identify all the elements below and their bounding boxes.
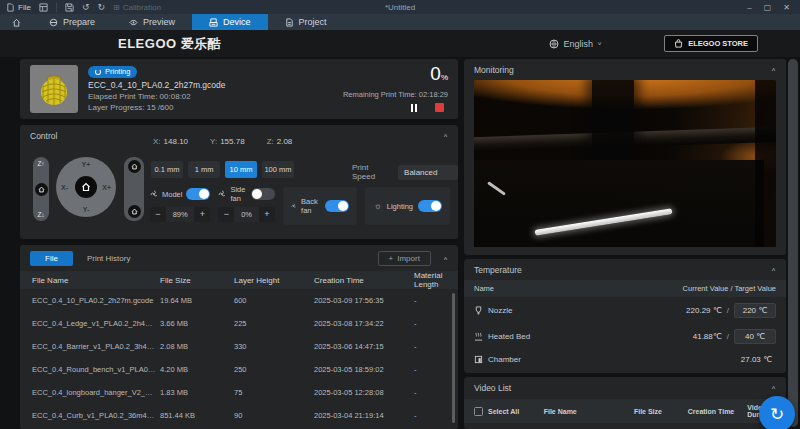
- elegoo-store-button[interactable]: ELEGOO STORE: [664, 35, 758, 52]
- step-0.1mm-button[interactable]: 0.1 mm: [151, 161, 183, 178]
- fan-icon: [218, 190, 226, 198]
- lighting-toggle[interactable]: [418, 200, 442, 212]
- store-label: ELEGOO STORE: [688, 39, 748, 48]
- main-content: Printing ECC_0.4_10_PLA0.2_2h27m.gcode E…: [0, 57, 800, 429]
- file-menu[interactable]: File: [6, 3, 31, 12]
- language-label: English: [563, 39, 593, 49]
- back-fan-toggle[interactable]: [325, 200, 349, 212]
- z-up-button[interactable]: Z↑: [37, 160, 44, 167]
- tab-project-label: Project: [299, 17, 327, 27]
- table-row[interactable]: ECC_0.4_Barrier_v1_PLA0.2_3h4m.gcode2.08…: [20, 335, 458, 358]
- z-home-button[interactable]: [35, 183, 48, 196]
- close-button[interactable]: ✕: [783, 3, 790, 12]
- redo-icon[interactable]: ↻: [97, 3, 105, 12]
- tab-device[interactable]: Device: [192, 14, 268, 30]
- bed-target-input[interactable]: 40 ℃: [734, 329, 776, 344]
- col-creation-time: Creation Time: [314, 276, 410, 285]
- lighting-label: Lighting: [387, 202, 413, 211]
- home-tab-button[interactable]: [0, 14, 32, 30]
- home-icon: [81, 182, 91, 192]
- chamber-row: Chamber 27.03 ℃: [474, 349, 776, 369]
- calibration-button[interactable]: ⊞ Calibration: [113, 3, 161, 12]
- table-row[interactable]: ECC_0.4_longboard_hanger_V2_9mm_v1_...1.…: [20, 381, 458, 404]
- globe-icon: [549, 39, 559, 49]
- step-10mm-button[interactable]: 10 mm: [225, 161, 257, 178]
- xy-jog-dial: Y+ Y- X- X+: [56, 157, 116, 217]
- preview-icon: [129, 18, 138, 27]
- maximize-button[interactable]: ▢: [764, 3, 772, 12]
- side-fan-plus-button[interactable]: +: [259, 208, 275, 221]
- model-fan-minus-button[interactable]: −: [150, 208, 166, 221]
- titlebar: File ↺ ↻ ⊞ Calibration *Untitled – ▢ ✕: [0, 0, 800, 14]
- chamber-icon: [474, 355, 483, 364]
- nozzle-target-input[interactable]: 220 ℃: [734, 303, 776, 318]
- col-layer-height: Layer Height: [234, 276, 310, 285]
- tab-preview[interactable]: Preview: [112, 14, 192, 30]
- lighting-icon: ☼: [373, 202, 381, 210]
- side-fan-toggle[interactable]: [251, 188, 275, 200]
- plus-icon: +: [389, 254, 394, 263]
- home-icon: [131, 208, 138, 215]
- chamber-label: Chamber: [488, 355, 521, 364]
- control-collapse-icon[interactable]: ∧: [443, 133, 448, 139]
- tab-file[interactable]: File: [30, 251, 73, 266]
- pause-button[interactable]: [411, 104, 417, 112]
- tab-print-history[interactable]: Print History: [87, 254, 131, 263]
- chamber-current: 27.03 ℃: [741, 355, 772, 364]
- z-down-button[interactable]: Z↓: [37, 211, 44, 218]
- nozzle-row: Nozzle 220.29 ℃ / 220 ℃: [474, 297, 776, 323]
- home-bed-button[interactable]: [128, 205, 141, 218]
- step-100mm-button[interactable]: 100 mm: [262, 161, 294, 178]
- printing-filename: ECC_0.4_10_PLA0.2_2h27m.gcode: [88, 80, 226, 90]
- monitoring-collapse-icon[interactable]: ∧: [771, 67, 776, 73]
- step-1mm-button[interactable]: 1 mm: [188, 161, 220, 178]
- monitoring-title: Monitoring: [474, 65, 514, 75]
- import-button[interactable]: + Import: [378, 251, 431, 266]
- monitoring-panel: Monitoring ∧: [464, 59, 786, 255]
- tab-project[interactable]: Project: [268, 14, 344, 30]
- home-all-button[interactable]: [128, 160, 141, 173]
- files-collapse-icon[interactable]: ∧: [443, 256, 448, 262]
- nozzle-current: 220.29 ℃: [686, 306, 722, 315]
- minimize-button[interactable]: –: [747, 3, 751, 12]
- model-fan-plus-button[interactable]: +: [194, 208, 210, 221]
- video-table-header: Select All File Name File Size Creation …: [464, 399, 786, 423]
- refresh-button[interactable]: ↻: [759, 396, 795, 429]
- jog-pad: Z↑ Z↓ Y+ Y- X- X+: [20, 125, 160, 239]
- table-row[interactable]: ECC_0.4_10_PLA0.2_2h27m.gcode19.64 MB600…: [20, 289, 458, 312]
- print-percent: 0%: [343, 63, 448, 89]
- file-table-scrollbar[interactable]: [452, 293, 455, 423]
- language-selector[interactable]: English ∨: [549, 39, 602, 49]
- print-speed-select[interactable]: Balanced: [398, 165, 458, 180]
- x-minus-button[interactable]: X-: [61, 184, 68, 191]
- back-fan-group: Back fan: [283, 187, 358, 225]
- select-all-checkbox[interactable]: [474, 407, 483, 416]
- import-label: Import: [397, 254, 420, 263]
- stop-button[interactable]: [435, 103, 444, 112]
- temperature-collapse-icon[interactable]: ∧: [771, 267, 776, 273]
- model-fan-group: Model − 89% +: [150, 185, 210, 225]
- save-icon[interactable]: [65, 3, 74, 12]
- y-minus-button[interactable]: Y-: [83, 206, 90, 213]
- tab-prepare[interactable]: Prepare: [32, 14, 112, 30]
- elapsed-label: Elapsed Print Time:: [88, 92, 157, 101]
- side-fan-minus-button[interactable]: −: [218, 208, 234, 221]
- elapsed-time: Elapsed Print Time: 00:08:02: [88, 92, 226, 101]
- undo-icon[interactable]: ↺: [82, 3, 90, 12]
- xy-home-button[interactable]: [75, 176, 97, 198]
- spinner-icon: [95, 69, 101, 75]
- table-row[interactable]: ECC_0.4_Ledge_v1_PLA0.2_2h43m.gcode3.66 …: [20, 312, 458, 335]
- col-file-size: File Size: [160, 276, 230, 285]
- file-icon: [6, 3, 15, 12]
- board-icon[interactable]: [39, 3, 48, 12]
- calibration-label: Calibration: [123, 3, 161, 12]
- page-scrollbar[interactable]: [788, 59, 798, 427]
- back-fan-label: Back fan: [301, 197, 320, 215]
- y-plus-button[interactable]: Y+: [82, 161, 91, 168]
- x-plus-button[interactable]: X+: [102, 184, 111, 191]
- step-size-buttons: 0.1 mm 1 mm 10 mm 100 mm: [151, 161, 294, 178]
- video-collapse-icon[interactable]: ∧: [771, 385, 776, 391]
- table-row[interactable]: ECC_0.4_Round_bench_v1_PLA0.2_2h34m...4.…: [20, 358, 458, 381]
- model-fan-toggle[interactable]: [186, 188, 210, 200]
- table-row[interactable]: ECC_0.4_Curb_v1_PLA0.2_36m45s.gcode851.4…: [20, 404, 458, 427]
